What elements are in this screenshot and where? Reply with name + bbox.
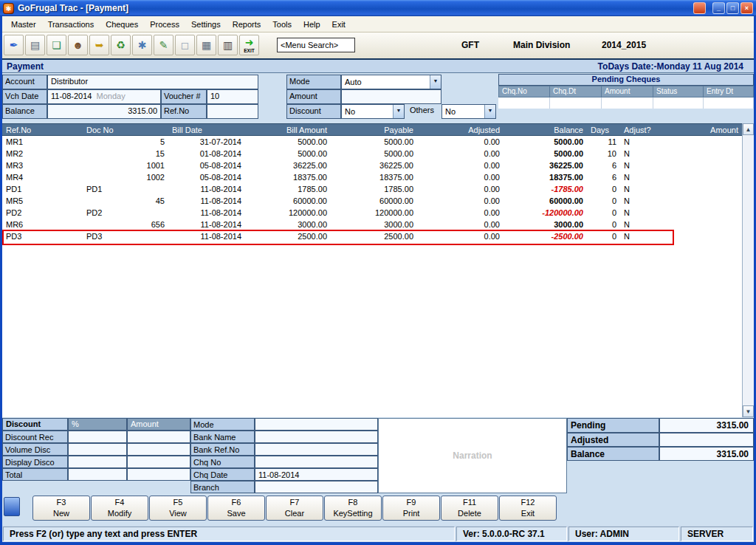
discount-row-label: Volume Disc xyxy=(2,443,68,456)
cell-days: 0 xyxy=(587,195,620,207)
scroll-up-icon[interactable]: ▲ xyxy=(743,123,754,135)
discount-rec-amount-field[interactable] xyxy=(127,431,190,443)
discount-select[interactable]: No ▼ xyxy=(341,104,405,119)
display-disc-amount-field[interactable] xyxy=(127,456,190,468)
cell-bill: 5000.00 xyxy=(245,136,331,148)
table-row[interactable]: PD1PD111-08-20141785.001785.000.00-1785.… xyxy=(2,183,742,195)
others-select[interactable]: No ▼ xyxy=(441,104,496,119)
mode-row-field[interactable] xyxy=(255,418,378,431)
fn-key: F4 xyxy=(92,497,148,508)
bank-name-field[interactable] xyxy=(255,431,378,443)
chq-date-field[interactable]: 11-08-2014 xyxy=(255,468,378,481)
fn-label: New xyxy=(33,508,89,519)
discount-label: Discount xyxy=(286,104,341,119)
vertical-scrollbar[interactable]: ▲ ▼ xyxy=(742,123,754,417)
f12-exit-button[interactable]: F12Exit xyxy=(499,496,557,521)
f5-view-button[interactable]: F5View xyxy=(149,496,207,521)
save-icon[interactable]: ▤ xyxy=(25,35,45,55)
account-field[interactable]: Distributor xyxy=(47,75,258,89)
table-row[interactable]: MR4100205-08-201418375.0018375.000.00183… xyxy=(2,171,742,183)
discount-row-label: Discount Rec xyxy=(2,431,68,443)
menubar: Master Transactions Cheques Process Sett… xyxy=(2,16,754,32)
table-row[interactable]: MR3100105-08-201436225.0036225.000.00362… xyxy=(2,160,742,171)
cell-date: 11-08-2014 xyxy=(168,230,245,242)
cell-adjusted: 0.00 xyxy=(417,230,504,242)
scroll-down-icon[interactable]: ▼ xyxy=(743,405,754,417)
chevron-down-icon[interactable]: ▼ xyxy=(393,105,404,118)
accounts-icon[interactable]: ☻ xyxy=(68,35,88,55)
window-border-left xyxy=(0,16,2,545)
menu-search-input[interactable] xyxy=(277,38,355,52)
cell-adjust: N xyxy=(620,136,654,148)
cell-payable: 18375.00 xyxy=(331,171,417,183)
menu-tools[interactable]: Tools xyxy=(267,18,298,31)
cell-payable: 1785.00 xyxy=(331,183,417,195)
table-row[interactable]: MR54511-08-201460000.0060000.000.0060000… xyxy=(2,195,742,207)
cell-bill: 5000.00 xyxy=(245,148,331,160)
menu-process[interactable]: Process xyxy=(144,18,185,31)
cell-bill: 36225.00 xyxy=(245,160,331,171)
f11-delete-button[interactable]: F11Delete xyxy=(441,496,498,521)
f4-modify-button[interactable]: F4Modify xyxy=(91,496,148,521)
grid-icon[interactable]: ▦ xyxy=(196,35,216,55)
table-row[interactable]: MR21501-08-20145000.005000.000.005000.00… xyxy=(2,148,742,160)
f6-save-button[interactable]: F6Save xyxy=(207,496,265,521)
display-disc-percent-field[interactable] xyxy=(68,456,127,468)
narration-input[interactable]: Narration xyxy=(378,418,567,493)
refno-field[interactable] xyxy=(207,104,258,119)
account-label: Account xyxy=(2,75,47,89)
table-row[interactable]: PD3PD311-08-20142500.002500.000.00-2500.… xyxy=(2,230,742,242)
process-icon[interactable]: ✱ xyxy=(132,35,152,55)
maximize-button[interactable]: □ xyxy=(726,2,739,14)
cell-bill: 3000.00 xyxy=(245,219,331,230)
menu-reports[interactable]: Reports xyxy=(227,18,267,31)
blank-icon[interactable]: ◻ xyxy=(175,35,195,55)
f7-clear-button[interactable]: F7Clear xyxy=(266,496,323,521)
print-icon[interactable]: ▥ xyxy=(218,35,238,55)
menu-transactions[interactable]: Transactions xyxy=(42,18,100,31)
mdi-close-button[interactable] xyxy=(693,2,706,14)
vch-date-field[interactable]: 11-08-2014 Monday xyxy=(47,89,161,104)
chq-no-field[interactable] xyxy=(255,456,378,468)
volume-disc-amount-field[interactable] xyxy=(127,443,190,456)
browse-icon[interactable]: ❏ xyxy=(47,35,66,55)
bank-refno-field[interactable] xyxy=(255,443,378,456)
branch-field[interactable] xyxy=(255,481,378,493)
table-row[interactable]: MR665611-08-20143000.003000.000.003000.0… xyxy=(2,219,742,230)
cell-days: 6 xyxy=(587,160,620,171)
cell-balance: 3000.00 xyxy=(504,219,587,230)
voucher-field[interactable]: 10 xyxy=(207,89,258,104)
menu-exit[interactable]: Exit xyxy=(326,18,351,31)
discount-rec-percent-field[interactable] xyxy=(68,431,127,443)
edit-icon[interactable]: ✎ xyxy=(154,35,173,55)
table-row[interactable]: PD2PD211-08-2014120000.00120000.000.00-1… xyxy=(2,207,742,219)
f9-print-button[interactable]: F9Print xyxy=(382,496,440,521)
cell-bill: 18375.00 xyxy=(245,171,331,183)
scrollbar-track[interactable] xyxy=(743,135,754,405)
table-row[interactable]: MR1531-07-20145000.005000.000.005000.001… xyxy=(2,136,742,148)
menu-settings[interactable]: Settings xyxy=(185,18,227,31)
accounts-icon: ☻ xyxy=(72,40,83,51)
exit-icon[interactable]: ➜EXIT xyxy=(239,35,259,55)
volume-disc-percent-field[interactable] xyxy=(68,443,127,456)
refresh-icon[interactable]: ♻ xyxy=(111,35,131,55)
cell-amount xyxy=(654,148,742,160)
amount-field[interactable] xyxy=(341,89,441,104)
discount-row-label: Display Disco xyxy=(2,456,68,468)
f3-new-button[interactable]: F3New xyxy=(32,496,90,521)
mode-select[interactable]: Auto ▼ xyxy=(341,75,441,89)
close-button[interactable]: × xyxy=(740,2,753,14)
f8-keysetting-button[interactable]: F8KeySetting xyxy=(324,496,382,521)
menu-master[interactable]: Master xyxy=(5,18,42,31)
shortcut-button[interactable] xyxy=(4,497,20,516)
chevron-down-icon[interactable]: ▼ xyxy=(430,75,441,89)
chevron-down-icon[interactable]: ▼ xyxy=(484,105,495,118)
import-icon[interactable]: ➥ xyxy=(89,35,109,55)
cell-ref: MR4 xyxy=(2,171,83,183)
fn-label: Save xyxy=(208,508,264,519)
new-voucher-icon[interactable]: ✒ xyxy=(4,35,24,55)
minimize-button[interactable]: _ xyxy=(712,2,725,14)
cell-ref: PD3 xyxy=(2,230,83,242)
menu-cheques[interactable]: Cheques xyxy=(100,18,144,31)
menu-help[interactable]: Help xyxy=(298,18,326,31)
